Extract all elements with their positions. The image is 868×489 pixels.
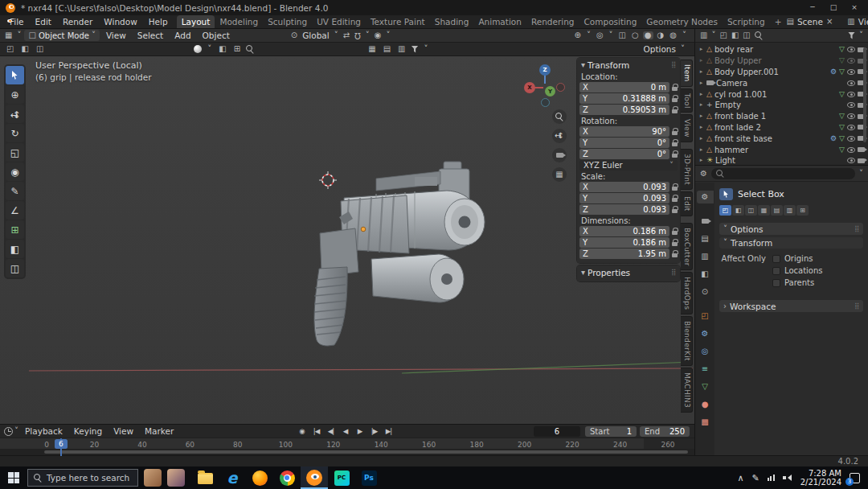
measure-tool[interactable] <box>6 201 24 220</box>
end-frame-field[interactable]: End250 <box>640 426 690 437</box>
active-tool-row[interactable]: Select Box <box>719 188 863 200</box>
snap-magnet-icon[interactable] <box>353 31 362 39</box>
options-dropdown[interactable]: Options <box>643 44 676 54</box>
shading-solid-icon[interactable] <box>643 31 653 39</box>
lock-icon[interactable] <box>672 198 678 202</box>
notification-center-icon[interactable]: 3 <box>850 473 860 483</box>
workspace-tab-sculpting[interactable]: Sculpting <box>263 15 312 28</box>
menu-help[interactable]: Help <box>143 17 174 27</box>
xray-toggle-icon[interactable] <box>617 31 628 39</box>
rotation-mode-dropdown[interactable]: XYZ Euler <box>579 160 678 171</box>
select-mode-icon-3[interactable] <box>396 45 407 53</box>
menu-render[interactable]: Render <box>57 17 98 27</box>
disclosure-triangle-icon[interactable] <box>698 136 704 142</box>
outliner-item[interactable]: front blade 1 <box>695 111 868 122</box>
lock-icon[interactable] <box>672 98 678 102</box>
parents-checkbox[interactable]: Parents <box>772 278 814 287</box>
scene-unlink-icon[interactable] <box>826 18 833 26</box>
navigation-gizmo[interactable]: Z X Y <box>524 64 567 109</box>
hide-eye-icon[interactable] <box>847 158 855 163</box>
scale-x-field[interactable]: X0.093 <box>579 182 669 192</box>
chrome-button[interactable] <box>273 466 301 489</box>
close-button[interactable] <box>846 2 862 14</box>
overlays-caret-icon[interactable] <box>608 31 615 39</box>
search-icon[interactable] <box>246 45 254 53</box>
disclosure-triangle-icon[interactable] <box>698 113 704 119</box>
tab-material[interactable] <box>697 398 714 411</box>
gizmo-caret-icon[interactable] <box>585 31 592 39</box>
outliner-item[interactable]: front lade 2 <box>695 122 868 134</box>
hide-eye-icon[interactable] <box>847 58 855 64</box>
shading-option-icon[interactable] <box>217 45 227 53</box>
rotate-tool[interactable] <box>6 124 24 142</box>
properties-filter-caret-icon[interactable] <box>859 170 863 178</box>
drag-dots-icon[interactable] <box>671 62 676 68</box>
hide-eye-icon[interactable] <box>847 147 855 153</box>
hide-eye-icon[interactable] <box>847 113 855 119</box>
npanel-tab-item[interactable]: Item <box>681 60 693 87</box>
checkbox-icon[interactable] <box>772 279 780 287</box>
outliner-display-icon-1[interactable] <box>719 31 727 39</box>
location-x-field[interactable]: X0 m <box>579 82 669 92</box>
outliner-item[interactable]: Empty <box>695 100 868 111</box>
transform-subpanel-header[interactable]: Transform <box>719 237 863 249</box>
camera-view-button[interactable] <box>552 148 567 162</box>
outliner-item[interactable]: front site base <box>695 133 868 144</box>
menu-keying[interactable]: Keying <box>69 426 107 436</box>
tab-modifiers[interactable] <box>697 327 714 340</box>
drag-dots-icon[interactable] <box>671 269 676 276</box>
tool-settings-icon-3[interactable] <box>35 45 45 53</box>
gizmo-y-axis[interactable]: Y <box>545 86 555 97</box>
disclosure-triangle-icon[interactable] <box>698 58 704 64</box>
filter-caret-icon[interactable] <box>423 45 430 53</box>
scale-z-field[interactable]: Z0.093 <box>579 204 669 215</box>
tool-settings-icon-1[interactable] <box>5 45 15 53</box>
properties-panel-header[interactable]: Properties <box>579 267 678 278</box>
locations-checkbox[interactable]: Locations <box>772 266 823 275</box>
outliner-item[interactable]: Camera <box>695 77 868 88</box>
render-visibility-icon[interactable] <box>858 147 865 152</box>
tool-mode-button[interactable] <box>745 205 757 216</box>
outliner-item[interactable]: hammer <box>695 144 868 155</box>
dimensions-y-field[interactable]: Y0.186 m <box>579 237 669 248</box>
lock-icon[interactable] <box>672 209 678 213</box>
workspace-tab-modeling[interactable]: Modeling <box>215 15 263 28</box>
extra-tool-1[interactable] <box>6 240 24 258</box>
taskbar-clock[interactable]: 7:28 AM 2/21/2024 <box>800 469 841 487</box>
ortho-toggle-button[interactable] <box>552 167 567 182</box>
checkbox-icon[interactable] <box>772 255 780 263</box>
disclosure-triangle-icon[interactable] <box>698 102 704 108</box>
rotation-y-field[interactable]: Y0° <box>579 138 669 148</box>
rotation-x-field[interactable]: X90° <box>579 126 669 137</box>
add-cube-tool[interactable] <box>6 220 24 239</box>
gizmo-z-neg-axis[interactable] <box>541 98 550 107</box>
proportional-caret-icon[interactable] <box>384 31 391 39</box>
tool-mode-button[interactable] <box>784 205 796 216</box>
annotate-tool[interactable] <box>6 182 24 200</box>
play-button[interactable] <box>354 425 366 437</box>
outliner-search-icon[interactable] <box>755 31 763 39</box>
play-reverse-button[interactable] <box>339 425 351 437</box>
npanel-tab-blenderkit[interactable]: BlenderKit <box>681 316 693 366</box>
firefox-button[interactable] <box>246 466 273 489</box>
photoshop-button[interactable]: Ps <box>355 466 383 489</box>
overlays-toggle-icon[interactable] <box>595 31 605 39</box>
lock-icon[interactable] <box>672 87 678 91</box>
workspace-tab-layout[interactable]: Layout <box>177 15 215 28</box>
shading-wireframe-icon[interactable] <box>630 31 641 39</box>
volume-icon[interactable] <box>783 474 792 482</box>
cursor-tool[interactable] <box>6 85 24 104</box>
options-caret-icon[interactable] <box>679 45 686 53</box>
tab-texture[interactable] <box>697 416 714 429</box>
viewlayer-selector[interactable]: ViewLayer <box>858 17 868 27</box>
snap-pair-icon[interactable] <box>342 31 351 39</box>
npanel-tab-machin3[interactable]: MACHIN3 <box>681 368 693 413</box>
pen-tray-icon[interactable] <box>752 474 760 483</box>
hide-eye-icon[interactable] <box>847 92 855 97</box>
disclosure-triangle-icon[interactable] <box>581 61 585 69</box>
lock-icon[interactable] <box>672 187 678 191</box>
menu-view[interactable]: View <box>101 31 131 40</box>
scrollbar-handle[interactable] <box>44 450 688 454</box>
options-panel-header[interactable]: Options <box>719 223 863 235</box>
select-mode-icon-1[interactable] <box>366 45 377 53</box>
